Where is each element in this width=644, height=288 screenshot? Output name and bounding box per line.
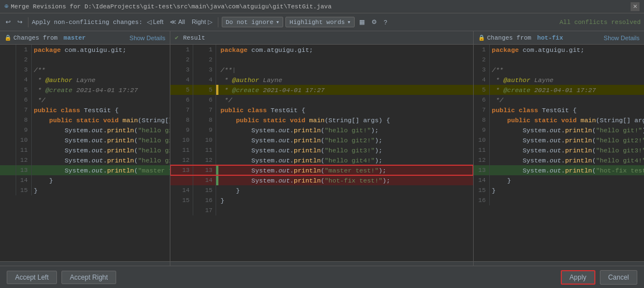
close-button[interactable]: ✕ bbox=[631, 2, 640, 11]
table-row: 2 2 bbox=[170, 55, 473, 65]
table-row: 11 System.out.println("hello git3!" bbox=[0, 145, 170, 155]
cancel-button[interactable]: Cancel bbox=[600, 270, 637, 285]
table-row: 10 System.out.println("hello git2!" bbox=[474, 135, 644, 145]
table-row: 3 /** bbox=[474, 65, 644, 75]
table-row: 6 6 */ bbox=[170, 95, 473, 105]
table-row: 14 } bbox=[474, 175, 644, 185]
apply-left-button[interactable]: ◁ Left bbox=[145, 17, 165, 27]
title-icon: ⊕ bbox=[4, 2, 8, 11]
table-row: 7 7 public class TestGit { bbox=[170, 105, 473, 115]
table-row: 5 * @create 2021-04-01 17:27 bbox=[0, 85, 170, 95]
table-row: 12 System.out.println("hello git4!" bbox=[474, 155, 644, 165]
bottom-right-buttons: Apply Cancel bbox=[561, 270, 637, 285]
table-row: 9 9 System.out.println("hello git!"); bbox=[170, 125, 473, 135]
line-num bbox=[0, 45, 16, 55]
right-show-details-button[interactable]: Show Details bbox=[604, 35, 640, 41]
table-row: 4 4 * @author Layne bbox=[170, 75, 473, 85]
right-scrollbar[interactable] bbox=[474, 261, 644, 266]
table-row: 15 } bbox=[0, 185, 170, 195]
line-num-2: 1 bbox=[16, 45, 31, 55]
chevron-down-icon: ▾ bbox=[276, 18, 280, 26]
table-row: 7 public class TestGit { bbox=[0, 105, 170, 115]
center-scrollbar[interactable] bbox=[170, 261, 473, 266]
left-panel-header: 🔒 Changes from master Show Details bbox=[0, 31, 170, 45]
table-row: 5 5 * @create 2021-04-01 17:27 bbox=[170, 85, 473, 95]
table-row: 16 bbox=[474, 195, 644, 205]
window-title: Merge Revisions for D:\IdeaProjects\git-… bbox=[11, 3, 331, 10]
table-row: 14 System.out.println("hot-fix test!"); bbox=[170, 175, 473, 185]
left-panel-title: 🔒 Changes from master bbox=[4, 35, 85, 41]
lock-icon-left: 🔒 bbox=[4, 35, 11, 41]
right-panel-changes-label: Changes from bbox=[487, 35, 535, 41]
center-panel: ✔ Result 1 1 package com.atguigu.git; 2 … bbox=[170, 31, 474, 266]
main-content: 🔒 Changes from master Show Details 1 pac… bbox=[0, 31, 644, 266]
left-panel-changes-label: Changes from bbox=[13, 35, 61, 41]
center-panel-label: Result bbox=[183, 35, 206, 41]
toolbar: ↩ ↪ Apply non-conflicting changes: ◁ Lef… bbox=[0, 13, 644, 31]
table-row: 4 * @author Layne bbox=[474, 75, 644, 85]
table-row: 5 * @create 2021-04-01 17:27 bbox=[474, 85, 644, 95]
separator-2 bbox=[218, 17, 218, 27]
title-bar: ⊕ Merge Revisions for D:\IdeaProjects\gi… bbox=[0, 0, 644, 13]
highlight-words-dropdown[interactable]: Highlight words ▾ bbox=[285, 17, 355, 27]
center-panel-title: ✔ Result bbox=[175, 34, 205, 41]
left-show-details-button[interactable]: Show Details bbox=[130, 35, 165, 41]
table-row: 12 System.out.println("hello git4!" bbox=[0, 155, 170, 165]
table-row: 8 public static void main(String[] arg bbox=[0, 115, 170, 125]
settings-button[interactable]: ⚙ bbox=[369, 17, 379, 27]
table-row: 13 13 System.out.println("master test!")… bbox=[170, 165, 473, 175]
table-row: 2 bbox=[0, 55, 170, 65]
apply-non-conflicting-label: Apply non-conflicting changes: bbox=[32, 19, 142, 26]
left-panel: 🔒 Changes from master Show Details 1 pac… bbox=[0, 31, 170, 266]
line-content: package com.atguigu.git; bbox=[31, 45, 170, 55]
accept-right-button[interactable]: Accept Right bbox=[61, 271, 116, 284]
table-row: 9 System.out.println("hello git!"); bbox=[474, 125, 644, 135]
apply-all-button[interactable]: ≪ All bbox=[168, 17, 187, 27]
table-row: 3 3 /**| bbox=[170, 65, 473, 75]
center-code-area[interactable]: 1 1 package com.atguigu.git; 2 2 3 3 /**… bbox=[170, 45, 473, 261]
right-panel: 🔒 Changes from hot-fix Show Details 1 pa… bbox=[474, 31, 644, 266]
right-panel-header: 🔒 Changes from hot-fix Show Details bbox=[474, 31, 644, 45]
table-row: 9 System.out.println("hello git!") bbox=[0, 125, 170, 135]
table-row: 8 8 public static void main(String[] arg… bbox=[170, 115, 473, 125]
left-scrollbar[interactable] bbox=[0, 261, 170, 266]
right-panel-title: 🔒 Changes from hot-fix bbox=[478, 35, 563, 41]
right-branch-name: hot-fix bbox=[537, 35, 563, 41]
table-row: 4 * @author Layne bbox=[0, 75, 170, 85]
right-code-table: 1 package com.atguigu.git; 2 3 /** 4 * @… bbox=[474, 45, 644, 205]
table-row: 3 /** bbox=[0, 65, 170, 75]
do-not-ignore-dropdown[interactable]: Do not ignore ▾ bbox=[222, 17, 283, 27]
table-row: 15 16 } bbox=[170, 195, 473, 205]
table-row: 1 1 package com.atguigu.git; bbox=[170, 45, 473, 55]
right-code-area[interactable]: 1 package com.atguigu.git; 2 3 /** 4 * @… bbox=[474, 45, 644, 261]
title-bar-left: ⊕ Merge Revisions for D:\IdeaProjects\gi… bbox=[4, 2, 332, 11]
accept-left-button[interactable]: Accept Left bbox=[7, 271, 57, 284]
table-row: 11 System.out.println("hello git3!" bbox=[474, 145, 644, 155]
table-row: 13 System.out.println("hot-fix test! bbox=[474, 165, 644, 175]
table-row: 2 bbox=[474, 55, 644, 65]
bottom-bar: Accept Left Accept Right Apply Cancel bbox=[0, 266, 644, 288]
table-row: 14 15 } bbox=[170, 185, 473, 195]
table-row: 13 System.out.println("master test! bbox=[0, 165, 170, 175]
table-row: 11 11 System.out.println("hello git3!"); bbox=[170, 145, 473, 155]
check-icon: ✔ bbox=[175, 34, 179, 41]
separator-1 bbox=[28, 17, 28, 27]
table-row: 14 } bbox=[0, 175, 170, 185]
table-row: 17 bbox=[170, 205, 473, 215]
left-branch-name: master bbox=[64, 35, 86, 41]
table-row: 10 10 System.out.println("hello git2!"); bbox=[170, 135, 473, 145]
left-code-area[interactable]: 1 package com.atguigu.git; 2 3 /** 4 * @… bbox=[0, 45, 170, 261]
table-row: 1 package com.atguigu.git; bbox=[474, 45, 644, 55]
apply-button[interactable]: Apply bbox=[561, 270, 595, 285]
apply-right-button[interactable]: Right ▷ bbox=[189, 17, 214, 27]
center-code-table: 1 1 package com.atguigu.git; 2 2 3 3 /**… bbox=[170, 45, 473, 215]
table-row: 8 public static void main(String[] args bbox=[474, 115, 644, 125]
table-row: 7 public class TestGit { bbox=[474, 105, 644, 115]
undo-button[interactable]: ↩ bbox=[3, 17, 13, 27]
bottom-left-buttons: Accept Left Accept Right bbox=[7, 271, 116, 284]
help-button[interactable]: ? bbox=[381, 18, 389, 27]
table-row: 1 package com.atguigu.git; bbox=[0, 45, 170, 55]
table-row: 12 12 System.out.println("hello git4!"); bbox=[170, 155, 473, 165]
redo-button[interactable]: ↪ bbox=[15, 17, 25, 27]
grid-view-button[interactable]: ▦ bbox=[357, 17, 367, 27]
